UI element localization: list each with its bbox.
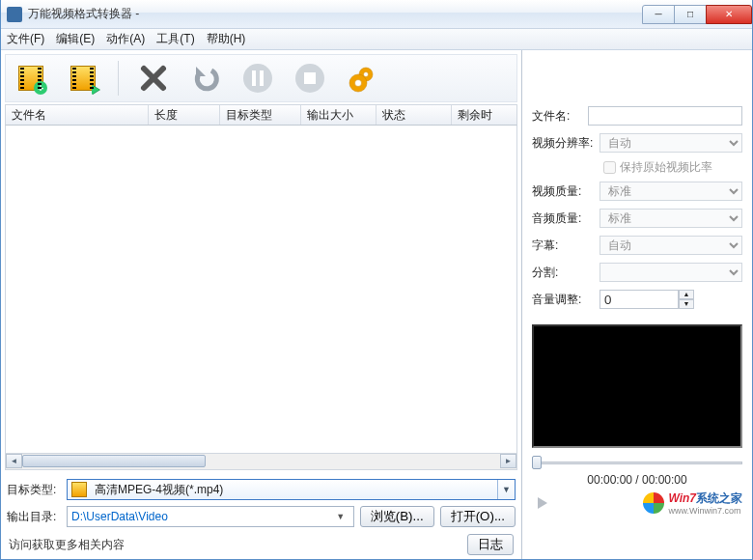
target-type-dropdown[interactable]: 高清MPEG-4视频(*.mp4) ▼ bbox=[67, 479, 516, 500]
right-pane: 文件名: 视频分辨率: 自动 保持原始视频比率 视频质量: 标准 音频质量: 标… bbox=[522, 50, 752, 559]
toolbar-separator bbox=[118, 61, 119, 96]
keep-ratio-row: 保持原始视频比率 bbox=[532, 156, 742, 178]
convert-button[interactable] bbox=[66, 61, 100, 96]
video-quality-label: 视频质量: bbox=[532, 183, 600, 200]
resolution-label: 视频分辨率: bbox=[532, 135, 600, 152]
svg-point-6 bbox=[364, 72, 369, 77]
delete-button[interactable] bbox=[136, 61, 171, 96]
filename-row: 文件名: bbox=[532, 102, 742, 129]
pause-button[interactable] bbox=[240, 61, 275, 96]
col-filename[interactable]: 文件名 bbox=[6, 105, 149, 125]
volume-row: 音量调整: ▲ ▼ bbox=[532, 286, 742, 313]
list-header: 文件名 长度 目标类型 输出大小 状态 剩余时 bbox=[5, 104, 517, 126]
minimize-button[interactable]: ─ bbox=[642, 5, 675, 24]
slider-track bbox=[532, 462, 742, 464]
svg-rect-4 bbox=[304, 72, 316, 84]
output-dir-row: 输出目录: D:\UserData\Video ▼ 浏览(B)... 打开(O)… bbox=[7, 503, 516, 530]
resolution-row: 视频分辨率: 自动 bbox=[532, 129, 742, 156]
menu-file[interactable]: 文件(F) bbox=[7, 31, 44, 47]
video-quality-select[interactable]: 标准 bbox=[600, 182, 742, 201]
audio-quality-row: 音频质量: 标准 bbox=[532, 205, 742, 232]
output-dir-label: 输出目录: bbox=[7, 509, 61, 525]
time-display: 00:00:00 / 00:00:00 bbox=[532, 473, 742, 487]
watermark-brand1: Win7 bbox=[668, 491, 696, 505]
title-bar: 万能视频格式转换器 - ─ □ ✕ bbox=[1, 0, 752, 29]
bottom-fields: 目标类型: 高清MPEG-4视频(*.mp4) ▼ 输出目录: D:\UserD… bbox=[5, 470, 517, 559]
subtitle-select[interactable]: 自动 bbox=[600, 236, 742, 255]
menu-tools[interactable]: 工具(T) bbox=[156, 31, 194, 47]
menu-help[interactable]: 帮助(H) bbox=[207, 31, 246, 47]
video-quality-row: 视频质量: 标准 bbox=[532, 178, 742, 205]
volume-input[interactable] bbox=[600, 290, 679, 309]
watermark-logo-icon bbox=[643, 492, 664, 514]
window-controls: ─ □ ✕ bbox=[643, 5, 752, 24]
more-link[interactable]: 访问获取更多相关内容 bbox=[9, 537, 125, 553]
play-button[interactable] bbox=[532, 492, 553, 514]
subtitle-label: 字幕: bbox=[532, 238, 600, 254]
col-length[interactable]: 长度 bbox=[149, 105, 220, 125]
watermark-brand2: 系统之家 bbox=[696, 491, 742, 505]
col-output-size[interactable]: 输出大小 bbox=[301, 105, 376, 125]
window-title: 万能视频格式转换器 - bbox=[28, 6, 139, 22]
toolbar: + bbox=[5, 54, 517, 102]
slider-thumb[interactable] bbox=[532, 456, 542, 469]
gear-icon bbox=[347, 63, 377, 94]
svg-rect-2 bbox=[260, 70, 264, 86]
watermark-url: www.Winwin7.com bbox=[668, 507, 742, 516]
add-file-button[interactable]: + bbox=[14, 61, 48, 96]
menu-edit[interactable]: 编辑(E) bbox=[56, 31, 95, 47]
app-window: 万能视频格式转换器 - ─ □ ✕ 文件(F) 编辑(E) 动作(A) 工具(T… bbox=[0, 0, 753, 560]
film-add-icon: + bbox=[18, 66, 43, 91]
watermark: Win7系统之家 www.Winwin7.com bbox=[643, 490, 742, 516]
undo-button[interactable] bbox=[188, 61, 223, 96]
menu-action[interactable]: 动作(A) bbox=[106, 31, 145, 47]
stop-icon bbox=[294, 63, 325, 94]
maximize-button[interactable]: □ bbox=[674, 5, 707, 24]
file-list[interactable] bbox=[5, 126, 517, 454]
film-convert-icon bbox=[70, 66, 96, 91]
volume-down-button[interactable]: ▼ bbox=[679, 299, 694, 309]
split-label: 分割: bbox=[532, 265, 600, 281]
target-type-value: 高清MPEG-4视频(*.mp4) bbox=[91, 482, 497, 498]
filename-field[interactable] bbox=[588, 106, 742, 126]
video-type-icon bbox=[71, 482, 87, 497]
target-type-row: 目标类型: 高清MPEG-4视频(*.mp4) ▼ bbox=[7, 476, 516, 503]
pause-icon bbox=[242, 63, 273, 94]
volume-up-button[interactable]: ▲ bbox=[679, 290, 694, 299]
volume-spinner[interactable]: ▲ ▼ bbox=[600, 290, 694, 309]
volume-label: 音量调整: bbox=[532, 292, 600, 308]
log-button[interactable]: 日志 bbox=[467, 534, 514, 555]
x-icon bbox=[138, 63, 169, 94]
more-link-row: 访问获取更多相关内容 日志 bbox=[7, 530, 516, 559]
menu-bar: 文件(F) 编辑(E) 动作(A) 工具(T) 帮助(H) bbox=[1, 29, 752, 50]
resolution-select[interactable]: 自动 bbox=[600, 133, 742, 153]
chevron-down-icon: ▼ bbox=[332, 512, 349, 521]
col-target-type[interactable]: 目标类型 bbox=[220, 105, 301, 125]
keep-ratio-checkbox[interactable] bbox=[603, 161, 616, 174]
audio-quality-label: 音频质量: bbox=[532, 210, 600, 227]
col-status[interactable]: 状态 bbox=[376, 105, 452, 125]
browse-button[interactable]: 浏览(B)... bbox=[360, 506, 434, 527]
left-pane: + bbox=[1, 50, 522, 559]
horizontal-scrollbar[interactable]: ◄ ► bbox=[5, 454, 517, 470]
preview-panel bbox=[532, 324, 742, 448]
settings-button[interactable] bbox=[345, 61, 379, 96]
output-dir-value: D:\UserData\Video bbox=[71, 510, 332, 523]
svg-point-0 bbox=[243, 64, 272, 93]
stop-button[interactable] bbox=[293, 61, 327, 96]
audio-quality-select[interactable]: 标准 bbox=[600, 209, 742, 228]
open-button[interactable]: 打开(O)... bbox=[440, 506, 516, 527]
col-remaining[interactable]: 剩余时 bbox=[452, 105, 516, 125]
svg-point-8 bbox=[355, 80, 362, 87]
output-dir-input[interactable]: D:\UserData\Video ▼ bbox=[67, 506, 354, 527]
seek-slider[interactable] bbox=[532, 456, 742, 469]
close-button[interactable]: ✕ bbox=[706, 5, 752, 24]
scroll-thumb[interactable] bbox=[22, 455, 206, 467]
target-type-label: 目标类型: bbox=[7, 482, 61, 498]
scroll-left-arrow[interactable]: ◄ bbox=[6, 454, 22, 468]
split-select[interactable] bbox=[600, 263, 742, 282]
scroll-right-arrow[interactable]: ► bbox=[500, 454, 516, 468]
app-icon bbox=[7, 7, 22, 22]
content-area: + bbox=[1, 50, 752, 559]
play-icon bbox=[535, 495, 550, 511]
